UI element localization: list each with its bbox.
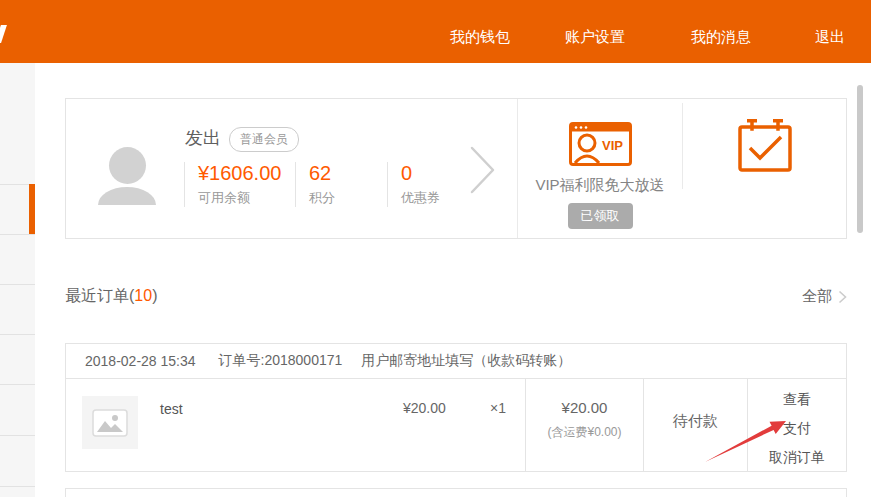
order-actions-cell: 查看 支付 取消订单 <box>747 379 846 471</box>
profile-chevron-right-icon[interactable] <box>470 145 496 195</box>
coupons-value: 0 <box>401 162 477 185</box>
product-thumbnail[interactable] <box>82 396 138 449</box>
logo-fragment-icon <box>0 25 7 43</box>
order-note: 用户邮寄地址填写（收款码转账） <box>361 352 571 370</box>
order-block: 2018-02-28 15:34 订单号:2018000171 用户邮寄地址填写… <box>65 343 847 472</box>
order-status-cell: 待付款 <box>643 379 747 471</box>
view-all-orders-link[interactable]: 全部 <box>802 287 847 306</box>
username: 发出 <box>185 126 221 150</box>
product-quantity: ×1 <box>490 400 506 416</box>
next-order-block-fragment <box>65 488 847 497</box>
orders-title-text: 最近订单( <box>65 287 134 304</box>
coupons-stat: 0 优惠券 <box>387 162 477 207</box>
balance-value: ¥1606.00 <box>198 162 286 185</box>
order-subtotal-cell: ¥20.00 (含运费¥0.00) <box>525 379 643 471</box>
recent-orders-title: 最近订单(10) <box>65 286 157 307</box>
action-pay-order[interactable]: 支付 <box>748 414 846 443</box>
calendar-check-icon <box>738 118 792 173</box>
order-body-row: test ¥20.00 ×1 ¥20.00 (含运费¥0.00) 待付款 查看 … <box>66 379 846 471</box>
sidebar-divider <box>0 384 35 385</box>
nav-my-messages[interactable]: 我的消息 <box>691 28 751 47</box>
action-view-order[interactable]: 查看 <box>748 385 846 414</box>
vip-icon-text: VIP <box>602 138 623 153</box>
vip-promo-title: VIP福利限免大放送 <box>535 176 664 195</box>
order-product-cell: test ¥20.00 ×1 <box>66 379 525 471</box>
recent-orders-header: 最近订单(10) 全部 <box>65 286 847 307</box>
nav-my-wallet[interactable]: 我的钱包 <box>450 28 510 47</box>
points-value: 62 <box>309 162 387 185</box>
vip-promo[interactable]: VIP VIP福利限免大放送 已领取 <box>518 99 682 238</box>
product-unit-price: ¥20.00 <box>403 400 446 416</box>
shipping-note: (含运费¥0.00) <box>526 424 643 441</box>
sidebar-divider <box>0 486 35 487</box>
sidebar-divider <box>0 284 35 285</box>
balance-stat: ¥1606.00 可用余额 <box>184 162 295 207</box>
avatar <box>98 145 156 205</box>
sidebar-divider <box>0 435 35 436</box>
top-header: 我的钱包 账户设置 我的消息 退出 <box>0 0 871 63</box>
chevron-right-icon <box>838 290 847 304</box>
sign-in-calendar[interactable] <box>683 99 846 238</box>
product-name[interactable]: test <box>160 401 183 417</box>
points-stat: 62 积分 <box>295 162 387 207</box>
coupons-label: 优惠券 <box>401 189 477 207</box>
member-level-badge: 普通会员 <box>229 127 299 152</box>
left-sidebar <box>0 63 35 497</box>
view-all-label: 全部 <box>802 287 832 306</box>
action-cancel-order[interactable]: 取消订单 <box>748 443 846 472</box>
claimed-badge[interactable]: 已领取 <box>568 203 633 229</box>
image-placeholder-icon <box>92 409 128 437</box>
order-header-row: 2018-02-28 15:34 订单号:2018000171 用户邮寄地址填写… <box>66 344 846 379</box>
order-number: 订单号:2018000171 <box>219 352 343 370</box>
vip-window-icon: VIP <box>569 122 632 166</box>
avatar-shoulders-icon <box>98 187 156 205</box>
nav-account-settings[interactable]: 账户设置 <box>565 28 625 47</box>
points-label: 积分 <box>309 189 387 207</box>
scrollbar-thumb[interactable] <box>857 85 863 233</box>
account-stats: ¥1606.00 可用余额 62 积分 0 优惠券 <box>184 162 477 207</box>
nav-logout[interactable]: 退出 <box>815 28 845 47</box>
orders-title-close: ) <box>152 287 157 304</box>
order-datetime: 2018-02-28 15:34 <box>85 353 196 369</box>
balance-label: 可用余额 <box>198 189 295 207</box>
orders-count: 10 <box>134 287 152 304</box>
sidebar-active-item-marker[interactable] <box>29 184 35 234</box>
sidebar-divider <box>0 234 35 235</box>
sidebar-divider <box>0 334 35 335</box>
avatar-head-icon <box>109 147 146 184</box>
order-total: ¥20.00 <box>526 399 643 416</box>
profile-card: 发出 普通会员 ¥1606.00 可用余额 62 积分 0 优惠券 VIP VI… <box>65 98 847 239</box>
order-status: 待付款 <box>673 412 718 429</box>
